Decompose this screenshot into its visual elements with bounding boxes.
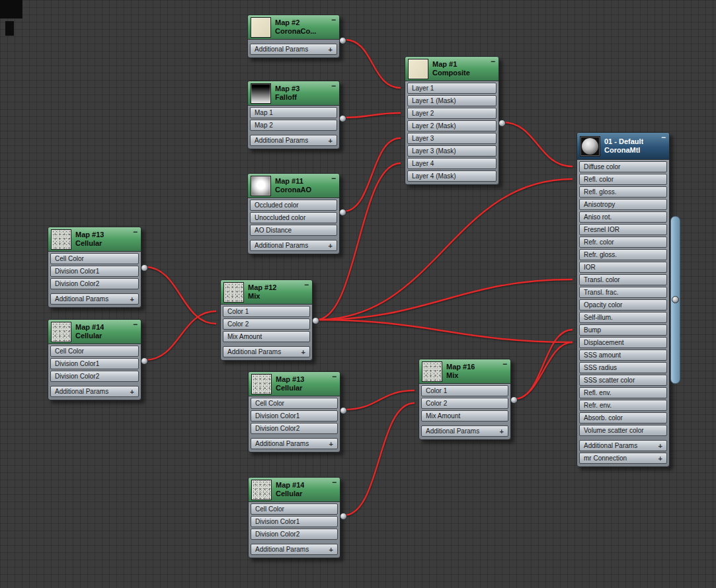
slot-layer-3-mask[interactable]: Layer 3 (Mask) <box>407 145 497 157</box>
collapse-icon[interactable]: − <box>133 320 138 329</box>
slot-division-color2[interactable]: Division Color2 <box>50 371 139 382</box>
node-coronamtl-material[interactable]: 01 - Default CoronaMtl − Diffuse color R… <box>577 132 670 467</box>
node-map14-cellular-b[interactable]: Map #14 Cellular − Cell Color Division C… <box>248 477 340 558</box>
collapse-icon[interactable]: − <box>332 478 337 487</box>
input-socket[interactable] <box>407 85 408 92</box>
slot-diffuse-color[interactable]: Diffuse color <box>579 161 667 172</box>
slot-layer-1-mask[interactable]: Layer 1 (Mask) <box>407 95 497 106</box>
output-socket[interactable] <box>141 357 148 365</box>
slot-color-1[interactable]: Color 1 <box>421 385 508 396</box>
node-header[interactable]: Map #12 Mix − <box>221 280 312 305</box>
slot-additional-params[interactable]: Additional Params + <box>251 438 338 449</box>
slot-layer-3[interactable]: Layer 3 <box>407 133 497 144</box>
output-socket[interactable] <box>340 407 347 414</box>
slot-mr-connection[interactable]: mr Connection + <box>579 453 667 464</box>
slot-division-color1[interactable]: Division Color1 <box>251 516 338 527</box>
slot-mix-amount[interactable]: Mix Amount <box>421 410 508 422</box>
input-socket[interactable] <box>250 122 251 129</box>
slot-occluded-color[interactable]: Occluded color <box>250 200 337 211</box>
input-socket[interactable] <box>579 326 580 334</box>
node-header[interactable]: Map #14 Cellular − <box>48 320 141 344</box>
input-socket[interactable] <box>407 97 408 104</box>
slot-additional-params[interactable]: Additional Params + <box>250 135 337 146</box>
input-socket[interactable] <box>579 264 580 271</box>
slot-fresnel-ior[interactable]: Fresnel IOR <box>579 224 667 235</box>
slot-layer-2-mask[interactable]: Layer 2 (Mask) <box>407 120 497 131</box>
input-socket[interactable] <box>50 280 51 287</box>
node-header[interactable]: Map #11 CoronaAO − <box>248 174 339 198</box>
collapse-icon[interactable]: − <box>133 227 138 237</box>
input-socket[interactable] <box>250 109 251 116</box>
expand-icon[interactable]: + <box>301 348 305 356</box>
node-header[interactable]: Map #13 Cellular − <box>48 227 141 252</box>
slot-division-color2[interactable]: Division Color2 <box>50 278 139 289</box>
output-socket[interactable] <box>498 120 506 127</box>
slot-refl-color[interactable]: Refl. color <box>579 174 667 185</box>
input-socket[interactable] <box>579 213 580 221</box>
input-socket[interactable] <box>223 308 223 315</box>
slot-layer-4[interactable]: Layer 4 <box>407 158 497 169</box>
node-header[interactable]: Map #1 Composite − <box>405 57 498 81</box>
input-socket[interactable] <box>50 373 51 380</box>
slot-refl-env[interactable]: Refl. env. <box>579 387 667 398</box>
collapse-icon[interactable]: − <box>491 57 495 66</box>
slot-color-2[interactable]: Color 2 <box>223 318 310 330</box>
slot-division-color2[interactable]: Division Color2 <box>251 423 338 434</box>
input-socket[interactable] <box>579 314 580 321</box>
input-socket[interactable] <box>251 531 251 538</box>
input-socket[interactable] <box>407 147 408 155</box>
node-header[interactable]: Map #14 Cellular − <box>249 478 340 502</box>
slot-displacement[interactable]: Displacement <box>579 337 667 348</box>
output-socket[interactable] <box>339 209 346 216</box>
node-map13-cellular-b[interactable]: Map #13 Cellular − Cell Color Division C… <box>248 371 340 453</box>
input-socket[interactable] <box>50 360 51 367</box>
input-socket[interactable] <box>579 377 580 384</box>
input-socket[interactable] <box>579 226 580 233</box>
slot-cell-color[interactable]: Cell Color <box>251 503 338 515</box>
slot-division-color1[interactable]: Division Color1 <box>251 410 338 422</box>
slot-sss-radius[interactable]: SSS radius <box>579 362 667 373</box>
wire-map11-to-layer3[interactable] <box>343 138 401 211</box>
slot-refl-gloss[interactable]: Refl. gloss. <box>579 186 667 198</box>
input-socket[interactable] <box>579 351 580 359</box>
slot-color-1[interactable]: Color 1 <box>223 306 310 317</box>
input-socket[interactable] <box>579 251 580 258</box>
node-map2-coronacolor[interactable]: Map #2 CoronaCo... − Additional Params + <box>247 15 340 58</box>
wire-map14b-to-color2[interactable] <box>344 403 415 515</box>
input-socket[interactable] <box>407 160 408 167</box>
input-socket[interactable] <box>407 135 408 142</box>
slot-cell-color[interactable]: Cell Color <box>50 253 139 264</box>
slot-additional-params[interactable]: Additional Params + <box>579 440 667 451</box>
slot-sss-scatter-color[interactable]: SSS scatter color <box>579 375 667 386</box>
output-socket[interactable] <box>340 513 347 520</box>
expand-icon[interactable]: + <box>329 242 333 250</box>
node-header[interactable]: Map #3 Falloff − <box>248 81 339 106</box>
wire-map1-to-diffuse[interactable] <box>502 122 573 166</box>
input-socket[interactable] <box>579 239 580 246</box>
slot-refr-gloss[interactable]: Refr. gloss. <box>579 249 667 260</box>
input-socket[interactable] <box>579 339 580 346</box>
slot-refr-color[interactable]: Refr. color <box>579 237 667 248</box>
expand-icon[interactable]: + <box>658 455 662 462</box>
slot-additional-params[interactable]: Additional Params + <box>50 386 139 397</box>
node-map14-cellular-a[interactable]: Map #14 Cellular − Cell Color Division C… <box>48 319 141 400</box>
input-socket[interactable] <box>50 268 51 275</box>
slot-layer-1[interactable]: Layer 1 <box>407 83 497 94</box>
slot-refr-env[interactable]: Refr. env. <box>579 400 667 411</box>
input-socket[interactable] <box>421 387 422 394</box>
slot-division-color1[interactable]: Division Color1 <box>50 358 139 369</box>
input-socket[interactable] <box>251 412 251 420</box>
node-map1-composite[interactable]: Map #1 Composite − Layer 1 Layer 1 (Mask… <box>405 56 499 185</box>
slot-additional-params[interactable]: Additional Params + <box>421 425 508 437</box>
collapse-icon[interactable]: − <box>331 15 336 24</box>
slot-volume-scatter-color[interactable]: Volume scatter color <box>579 425 667 436</box>
collapse-icon[interactable]: − <box>502 359 507 369</box>
collapse-icon[interactable]: − <box>661 133 666 142</box>
input-socket[interactable] <box>223 333 223 340</box>
input-socket[interactable] <box>251 518 251 525</box>
input-socket[interactable] <box>579 364 580 371</box>
slot-cell-color[interactable]: Cell Color <box>251 398 338 409</box>
wire-map14a-to-color1[interactable] <box>145 311 216 360</box>
expand-icon[interactable]: + <box>658 442 662 450</box>
slot-self-illum[interactable]: Self-illum. <box>579 312 667 323</box>
